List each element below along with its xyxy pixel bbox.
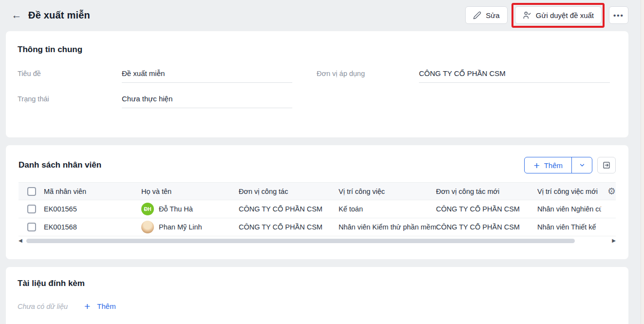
scroll-left-icon[interactable]: ◀ [19,238,25,243]
scrollbar-thumb[interactable] [26,239,575,243]
employee-new-unit: CÔNG TY CỔ PHẦN CSM [436,223,537,231]
general-info-card: Thông tin chung Tiêu đề Đề xuất miễn Đơn… [6,31,628,137]
column-job-position[interactable]: Vị trí công việc [339,188,436,195]
employee-new-unit: CÔNG TY CỔ PHẦN CSM [436,205,537,213]
pencil-icon [473,11,481,19]
row-checkbox[interactable] [27,205,36,213]
column-work-unit[interactable]: Đơn vị công tác [239,188,339,195]
field-status-label: Trạng thái [18,95,122,103]
employee-new-position: Nhân viên Nghiên cứu [537,205,601,213]
field-title: Tiêu đề Đề xuất miễn [18,69,292,95]
employee-name: Đỗ Thu Hà [159,205,193,213]
field-title-label: Tiêu đề [18,70,122,77]
back-arrow-icon[interactable]: ← [10,8,23,22]
field-unit-label: Đơn vị áp dụng [317,70,419,77]
export-button[interactable] [597,157,616,173]
employee-unit: CÔNG TY CỔ PHẦN CSM [239,223,339,231]
avatar [141,221,154,233]
table-row[interactable]: EK001565 ĐH Đỗ Thu Hà CÔNG TY CỔ PHẦN CS… [19,200,616,218]
scroll-right-icon[interactable]: ▶ [609,238,616,243]
employee-position: Nhân viên Kiểm thử phần mềm [339,223,436,231]
field-unit: Đơn vị áp dụng CÔNG TY CỔ PHẦN CSM [317,69,610,95]
field-unit-value[interactable]: CÔNG TY CỔ PHẦN CSM [419,69,610,83]
window-scrollbar-gutter[interactable] [641,0,644,324]
submit-approval-button[interactable]: Gửi duyệt đề xuất [515,6,602,24]
field-status-value[interactable]: Chưa thực hiện [122,95,292,108]
scrollbar-track[interactable] [25,239,609,243]
edit-button-label: Sửa [486,11,499,19]
general-info-fields: Tiêu đề Đề xuất miễn Đơn vị áp dụng CÔNG… [18,69,610,120]
employee-list-card: Danh sách nhân viên + Thêm [6,145,628,259]
employee-table: Mã nhân viên Họ và tên Đơn vị công tác V… [19,182,616,245]
box-arrow-right-icon [602,161,611,170]
employee-code: EK001568 [44,223,141,231]
employee-list-header: Danh sách nhân viên + Thêm [19,157,616,173]
attachments-empty-text: Chưa có dữ liệu [18,303,68,310]
employee-unit: CÔNG TY CỔ PHẦN CSM [239,205,339,213]
header-actions: Sửa Gửi duyệt đề xuất ••• [465,6,628,24]
employee-new-position: Nhân viên Thiết kế [537,223,601,231]
row-checkbox[interactable] [27,223,36,231]
avatar: ĐH [141,203,154,215]
plus-icon: + [533,160,539,171]
more-options-button[interactable]: ••• [609,6,628,24]
select-all-checkbox[interactable] [27,187,36,196]
user-check-icon [523,11,531,19]
attachments-title: Tài liệu đính kèm [18,279,617,288]
gear-icon[interactable]: ⚙ [607,187,616,196]
table-row[interactable]: EK001568 Phan Mỹ Linh CÔNG TY CỔ PHẦN CS… [19,218,616,236]
employee-list-actions: + Thêm [524,157,616,173]
field-title-value[interactable]: Đề xuất miễn [122,69,292,83]
chevron-down-icon [579,162,586,169]
employee-list-title: Danh sách nhân viên [19,160,101,170]
add-attachment-label: Thêm [97,302,115,310]
employee-position: Kế toán [339,205,436,213]
page-header: ← Đề xuất miễn Sửa Gửi duyệt đề xuất ••• [0,0,644,30]
plus-icon: + [84,301,90,311]
submit-approval-label: Gửi duyệt đề xuất [536,11,594,19]
add-employee-button[interactable]: + Thêm [525,157,571,173]
table-header-row: Mã nhân viên Họ và tên Đơn vị công tác V… [19,182,616,200]
employee-code: EK001565 [44,205,141,213]
field-status: Trạng thái Chưa thực hiện [18,95,292,120]
add-employee-label: Thêm [544,161,563,170]
field-spacer [317,95,610,120]
employee-name: Phan Mỹ Linh [159,223,202,231]
table-horizontal-scrollbar: ◀ ▶ [19,237,616,245]
page-title: Đề xuất miễn [28,10,90,21]
attachments-row: Chưa có dữ liệu + Thêm [18,301,617,311]
column-new-job-position[interactable]: Vị trí công việc mới [537,188,601,195]
ellipsis-icon: ••• [613,11,624,19]
add-employee-dropdown-button[interactable] [571,157,592,173]
column-full-name[interactable]: Họ và tên [141,188,239,195]
general-info-title: Thông tin chung [18,45,610,55]
add-employee-split-button: + Thêm [524,157,592,173]
add-attachment-button[interactable]: + Thêm [84,301,116,311]
attachments-card: Tài liệu đính kèm Chưa có dữ liệu + Thêm [6,267,628,324]
column-new-work-unit[interactable]: Đơn vị công tác mới [436,188,537,195]
edit-button[interactable]: Sửa [465,6,507,24]
column-employee-code[interactable]: Mã nhân viên [44,188,141,195]
